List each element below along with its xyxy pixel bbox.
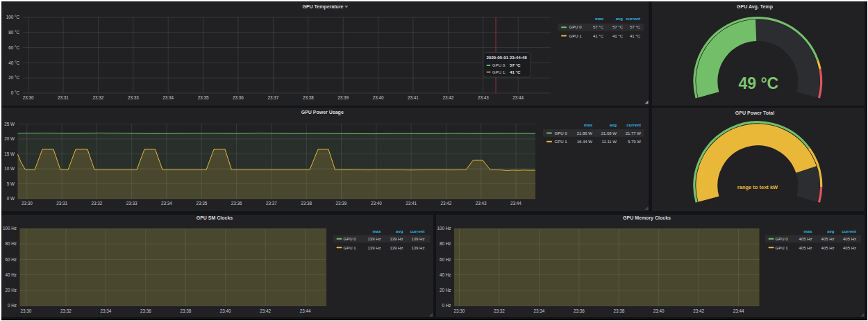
svg-text:GPU Power Total: GPU Power Total xyxy=(735,110,774,115)
svg-text:139 Hz: 139 Hz xyxy=(367,237,381,241)
svg-text:23:43: 23:43 xyxy=(476,201,487,206)
svg-text:23:40: 23:40 xyxy=(220,308,231,313)
svg-text:avg: avg xyxy=(616,17,624,21)
svg-text:25 W: 25 W xyxy=(4,122,15,126)
svg-text:23:39: 23:39 xyxy=(336,201,347,206)
svg-text:GPU 1: GPU 1 xyxy=(569,34,583,38)
svg-text:41 °C: 41 °C xyxy=(593,34,604,38)
svg-text:23:32: 23:32 xyxy=(93,95,104,100)
svg-text:avg: avg xyxy=(827,229,835,233)
svg-text:100 °C: 100 °C xyxy=(6,15,20,19)
svg-text:23:38: 23:38 xyxy=(180,308,191,313)
svg-text:20 W: 20 W xyxy=(4,136,15,141)
svg-text:23:33: 23:33 xyxy=(126,201,137,206)
svg-text:57 °C: 57 °C xyxy=(630,25,641,29)
svg-text:GPU 0: GPU 0 xyxy=(569,25,583,29)
svg-text:23:40: 23:40 xyxy=(373,95,384,100)
svg-text:23:36: 23:36 xyxy=(231,201,242,206)
svg-text:max: max xyxy=(803,229,812,233)
svg-text:current: current xyxy=(410,229,425,233)
svg-text:avg: avg xyxy=(610,123,617,127)
svg-text:23:34: 23:34 xyxy=(161,201,172,206)
svg-text:60 Hz: 60 Hz xyxy=(440,257,451,262)
svg-text:23:37: 23:37 xyxy=(268,95,279,100)
svg-text:49 °C: 49 °C xyxy=(738,74,778,92)
svg-text:23:42: 23:42 xyxy=(693,308,704,313)
svg-text:23:44: 23:44 xyxy=(300,308,311,313)
svg-text:GPU 1: GPU 1 xyxy=(776,246,789,250)
svg-text:20 Hz: 20 Hz xyxy=(440,288,451,293)
svg-text:23:44: 23:44 xyxy=(510,201,521,206)
svg-text:GPU 1:: GPU 1: xyxy=(492,70,506,74)
svg-text:41 °C: 41 °C xyxy=(630,34,641,38)
svg-text:16.44 W: 16.44 W xyxy=(577,140,593,144)
svg-text:GPU 0:: GPU 0: xyxy=(492,63,506,67)
svg-text:23:38: 23:38 xyxy=(613,308,624,313)
svg-text:0 °C: 0 °C xyxy=(11,90,20,95)
svg-text:80 Hz: 80 Hz xyxy=(6,241,17,246)
svg-text:23:36: 23:36 xyxy=(233,95,244,100)
svg-text:23:40: 23:40 xyxy=(371,201,382,206)
svg-text:57 °C: 57 °C xyxy=(593,25,604,29)
svg-text:range to text kW: range to text kW xyxy=(737,184,778,190)
svg-text:GPU Power Usage: GPU Power Usage xyxy=(301,110,344,115)
svg-text:21.77 W: 21.77 W xyxy=(626,131,642,135)
svg-text:23:31: 23:31 xyxy=(56,201,67,206)
svg-text:GPU Avg. Temp: GPU Avg. Temp xyxy=(737,4,773,10)
svg-text:100 Hz: 100 Hz xyxy=(3,226,17,231)
svg-text:405 Hz: 405 Hz xyxy=(843,237,856,241)
svg-text:60 Hz: 60 Hz xyxy=(6,257,17,262)
svg-text:23:38: 23:38 xyxy=(301,201,312,206)
svg-text:0 Hz: 0 Hz xyxy=(8,303,17,308)
svg-text:21.68 W: 21.68 W xyxy=(601,131,617,135)
svg-text:max: max xyxy=(595,17,604,21)
svg-text:0 W: 0 W xyxy=(7,196,15,201)
svg-text:23:33: 23:33 xyxy=(128,95,139,100)
svg-text:20 Hz: 20 Hz xyxy=(6,288,17,293)
svg-text:GPU Temperature: GPU Temperature xyxy=(303,4,344,10)
svg-text:23:34: 23:34 xyxy=(101,308,112,313)
svg-text:60 °C: 60 °C xyxy=(8,45,19,50)
svg-text:20 °C: 20 °C xyxy=(8,75,19,80)
svg-text:23:42: 23:42 xyxy=(260,308,271,313)
svg-text:23:32: 23:32 xyxy=(494,308,505,313)
svg-text:40 °C: 40 °C xyxy=(8,60,19,65)
svg-text:GPU SM Clocks: GPU SM Clocks xyxy=(197,215,233,220)
svg-text:57 °C: 57 °C xyxy=(612,25,624,29)
svg-text:GPU 0: GPU 0 xyxy=(555,131,568,135)
svg-text:23:44: 23:44 xyxy=(733,308,744,313)
svg-text:current: current xyxy=(626,17,640,21)
svg-text:23:40: 23:40 xyxy=(653,308,665,313)
svg-text:139 Hz: 139 Hz xyxy=(367,246,381,250)
svg-text:23:44: 23:44 xyxy=(512,95,524,100)
svg-text:GPU 1: GPU 1 xyxy=(555,140,568,144)
svg-text:max: max xyxy=(584,123,593,127)
svg-text:23:38: 23:38 xyxy=(303,95,314,100)
svg-text:405 Hz: 405 Hz xyxy=(821,237,834,241)
svg-text:15 W: 15 W xyxy=(4,151,15,156)
svg-text:405 Hz: 405 Hz xyxy=(821,246,834,250)
svg-text:GPU 1: GPU 1 xyxy=(344,246,357,250)
svg-text:23:37: 23:37 xyxy=(266,201,277,206)
svg-text:40 Hz: 40 Hz xyxy=(6,272,17,277)
svg-text:0 Hz: 0 Hz xyxy=(442,303,451,308)
svg-text:100 Hz: 100 Hz xyxy=(437,226,451,231)
svg-text:current: current xyxy=(842,229,856,233)
svg-text:23:32: 23:32 xyxy=(60,308,72,313)
svg-text:21.86 W: 21.86 W xyxy=(577,131,593,135)
svg-text:GPU 0: GPU 0 xyxy=(776,237,789,241)
svg-text:23:42: 23:42 xyxy=(443,95,454,100)
svg-text:23:32: 23:32 xyxy=(92,201,103,206)
svg-text:41 °C: 41 °C xyxy=(612,34,624,38)
svg-text:23:35: 23:35 xyxy=(196,201,207,206)
svg-text:139 Hz: 139 Hz xyxy=(390,237,403,241)
svg-text:GPU Memory Clocks: GPU Memory Clocks xyxy=(623,215,671,221)
svg-text:405 Hz: 405 Hz xyxy=(799,237,812,241)
svg-text:405 Hz: 405 Hz xyxy=(799,246,812,250)
svg-text:23:30: 23:30 xyxy=(23,95,34,100)
svg-text:23:34: 23:34 xyxy=(534,308,545,313)
svg-text:405 Hz: 405 Hz xyxy=(843,246,856,250)
svg-text:139 Hz: 139 Hz xyxy=(390,246,403,250)
svg-text:139 Hz: 139 Hz xyxy=(411,246,424,250)
svg-text:23:39: 23:39 xyxy=(337,95,349,100)
